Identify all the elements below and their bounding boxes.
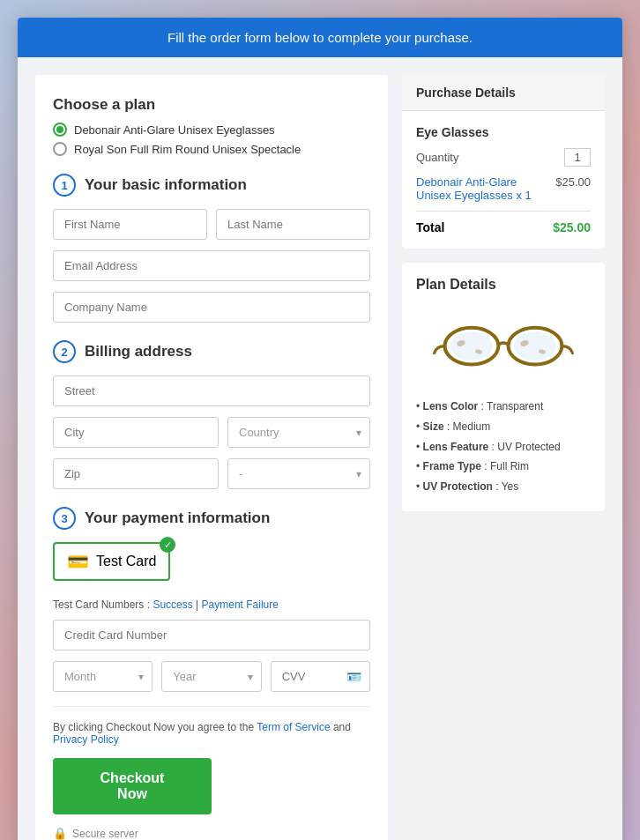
left-panel: Choose a plan Debonair Anti-Glare Unisex… <box>35 75 388 840</box>
step2-title: Billing address <box>85 343 192 361</box>
country-wrapper: Country <box>227 417 370 448</box>
state-wrapper: - <box>227 458 370 489</box>
plan-option-1-label: Debonair Anti-Glare Unisex Eyeglasses <box>74 123 275 137</box>
top-banner: Fill the order form below to complete yo… <box>18 18 622 57</box>
test-card-info: Test Card Numbers : Success | Payment Fa… <box>53 598 370 611</box>
company-row <box>53 292 370 323</box>
lock-icon: 🔒 <box>53 827 67 840</box>
total-label: Total <box>416 220 444 234</box>
failure-link[interactable]: Payment Failure <box>202 598 279 611</box>
country-select[interactable]: Country <box>227 417 370 448</box>
card-label: Test Card <box>96 554 156 569</box>
zip-state-row: - <box>53 458 370 489</box>
email-row <box>53 250 370 281</box>
purchase-details-header: Purchase Details <box>402 75 605 111</box>
step3-header: 3 Your payment information <box>53 507 370 530</box>
radio-1[interactable] <box>53 123 67 137</box>
svg-point-3 <box>514 332 556 361</box>
checkout-button[interactable]: Checkout Now <box>53 758 212 814</box>
year-select[interactable]: Year <box>161 661 261 692</box>
plan-option-2[interactable]: Royal Son Full Rim Round Unisex Spectacl… <box>53 142 370 156</box>
name-row <box>53 209 370 240</box>
total-row: Total $25.00 <box>416 211 591 234</box>
card-check-icon: ✓ <box>160 537 175 553</box>
purchase-details-box: Purchase Details Eye Glasses Quantity 1 … <box>402 75 605 249</box>
card-number-row <box>53 620 370 650</box>
plan-option-1[interactable]: Debonair Anti-Glare Unisex Eyeglasses <box>53 123 370 137</box>
zip-input[interactable] <box>53 458 219 489</box>
card-number-input[interactable] <box>53 620 370 650</box>
tos-link[interactable]: Term of Service <box>257 721 330 733</box>
secure-server-line: 🔒 Secure server <box>53 827 370 840</box>
plan-details-title: Plan Details <box>416 277 591 293</box>
month-wrapper: Month <box>53 661 153 692</box>
step3-title: Your payment information <box>85 509 270 527</box>
total-value: $25.00 <box>553 220 591 234</box>
choose-plan-section: Choose a plan Debonair Anti-Glare Unisex… <box>53 96 370 156</box>
glasses-svg <box>433 314 574 375</box>
step1-header: 1 Your basic information <box>53 174 370 197</box>
spec-lens-feature: • Lens Feature : UV Protected <box>416 437 591 457</box>
company-input[interactable] <box>53 292 370 323</box>
city-country-row: Country <box>53 417 370 448</box>
spec-lens-color: • Lens Color : Transparent <box>416 397 591 417</box>
radio-2[interactable] <box>53 142 67 156</box>
quantity-value: 1 <box>564 148 591 167</box>
glasses-image <box>416 305 591 384</box>
month-select[interactable]: Month <box>53 661 153 692</box>
cvv-card-icon: 🪪 <box>346 670 361 684</box>
spec-frame-type: • Frame Type : Full Rim <box>416 457 591 477</box>
step3-circle: 3 <box>53 507 76 530</box>
card-icon: 💳 <box>67 551 89 572</box>
success-link[interactable]: Success <box>153 598 192 611</box>
plan-details-box: Plan Details <box>402 263 605 511</box>
purchase-category: Eye Glasses <box>416 125 591 139</box>
last-name-input[interactable] <box>216 209 370 240</box>
month-year-cvv-row: Month Year 🪪 <box>53 661 370 692</box>
first-name-input[interactable] <box>53 209 207 240</box>
street-row <box>53 375 370 406</box>
card-option[interactable]: 💳 Test Card ✓ <box>53 542 170 581</box>
cvv-wrapper: 🪪 <box>271 661 370 692</box>
step2-header: 2 Billing address <box>53 340 370 363</box>
main-content: Choose a plan Debonair Anti-Glare Unisex… <box>18 57 622 840</box>
page-wrapper: Fill the order form below to complete yo… <box>18 18 622 840</box>
right-panel: Purchase Details Eye Glasses Quantity 1 … <box>402 75 605 840</box>
plan-specs: • Lens Color : Transparent • Size : Medi… <box>416 397 591 497</box>
step1-title: Your basic information <box>85 176 247 194</box>
secure-info: 🔒 Secure server Safe and secure payment … <box>53 827 370 840</box>
state-select[interactable]: - <box>227 458 370 489</box>
privacy-link[interactable]: Privacy Policy <box>53 733 119 746</box>
year-wrapper: Year <box>161 661 261 692</box>
quantity-row: Quantity 1 <box>416 148 591 167</box>
spec-size: • Size : Medium <box>416 417 591 437</box>
choose-plan-title: Choose a plan <box>53 96 370 114</box>
purchase-details-body: Eye Glasses Quantity 1 Debonair Anti-Gla… <box>402 111 605 249</box>
city-input[interactable] <box>53 417 219 448</box>
divider <box>53 706 370 707</box>
terms-text: By clicking Checkout Now you agree to th… <box>53 721 370 746</box>
banner-text: Fill the order form below to complete yo… <box>167 30 473 45</box>
item-price: $25.00 <box>555 175 591 202</box>
quantity-label: Quantity <box>416 151 458 164</box>
secure-server-text: Secure server <box>72 828 138 840</box>
step1-circle: 1 <box>53 174 76 197</box>
item-row: Debonair Anti-GlareUnisex Eyeglasses x 1… <box>416 175 591 202</box>
spec-uv-protection: • UV Protection : Yes <box>416 477 591 497</box>
item-name: Debonair Anti-GlareUnisex Eyeglasses x 1 <box>416 175 532 202</box>
email-input[interactable] <box>53 250 370 281</box>
street-input[interactable] <box>53 375 370 406</box>
step2-circle: 2 <box>53 340 76 363</box>
plan-option-2-label: Royal Son Full Rim Round Unisex Spectacl… <box>74 143 301 156</box>
svg-point-1 <box>450 332 493 361</box>
